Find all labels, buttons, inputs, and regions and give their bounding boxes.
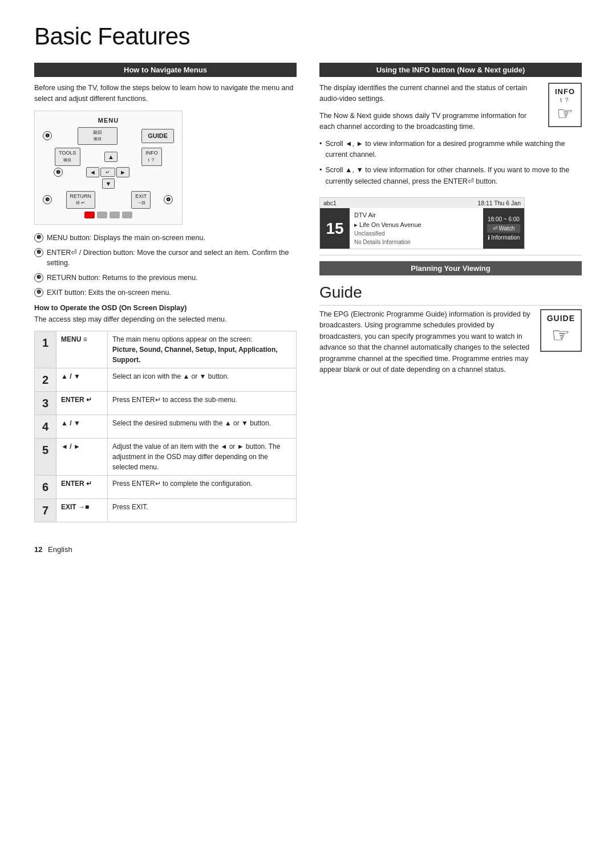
osd-row-7-num: 7 [35, 499, 56, 522]
ch-body: 15 DTV Air ▸ Life On Venus Avenue Unclas… [320, 208, 524, 249]
osd-row-1-key: MENU ≡ [56, 331, 108, 368]
page-number: 12 [34, 545, 42, 554]
ch-time-range: 18:00 ~ 6:00 [487, 216, 520, 222]
circle-3: ❸ [43, 195, 52, 204]
bullet-3: ❸ RETURN button: Returns to the previous… [34, 273, 297, 283]
osd-row-2-desc: Select an icon with the ▲ or ▼ button. [108, 368, 297, 392]
navigate-intro: Before using the TV, follow the steps be… [34, 83, 297, 105]
ch-right-panel: 18:00 ~ 6:00 ⏎ Watch ℹ Information [483, 208, 524, 249]
guide-btn: GUIDE [141, 129, 174, 143]
exit-btn: EXIT→⊟ [131, 191, 151, 209]
ch-name-top: abc1 [323, 200, 337, 206]
ch-program: ▸ Life On Venus Avenue [354, 220, 479, 230]
finger-icon: ☞ [555, 104, 575, 123]
guide-button-label: GUIDE [547, 314, 575, 323]
circle-4: ❹ [164, 195, 173, 204]
blue-btn [122, 212, 132, 218]
osd-row-5: 5 ◄ / ► Adjust the value of an item with… [35, 439, 297, 476]
green-btn [97, 212, 107, 218]
left-btn: ◄ [86, 167, 99, 177]
info-section-body: INFO t ？ ☞ The display identifies the cu… [319, 83, 582, 192]
osd-row-4: 4 ▲ / ▼ Select the desired submenu with … [35, 415, 297, 439]
osd-row-6-desc: Press ENTER↵ to complete the configurati… [108, 476, 297, 499]
osd-row-4-key: ▲ / ▼ [56, 415, 108, 439]
num-3: ❸ [34, 273, 43, 282]
planning-header: Planning Your Viewing [319, 261, 582, 275]
osd-row-7: 7 EXIT →■ Press EXIT. [35, 499, 297, 522]
ch-header: abc1 18:11 Thu 6 Jan [320, 198, 524, 208]
page-footer: 12 English [34, 545, 582, 554]
arrow-cross-row: ❷ ◄ ↵ ► [43, 167, 174, 177]
osd-title: How to Operate the OSD (On Screen Displa… [34, 304, 297, 312]
ch-details: No Details Information [354, 238, 479, 246]
bullet-1: ❶ MENU button: Displays the main on-scre… [34, 233, 297, 244]
yellow-btn [110, 212, 120, 218]
guide-section-body: GUIDE ☞ The EPG (Electronic Programme Gu… [319, 309, 582, 381]
osd-row-6-key: ENTER ↵ [56, 476, 108, 499]
osd-row-1-desc: The main menu options appear on the scre… [108, 331, 297, 368]
right-btn: ► [116, 167, 129, 177]
ch-info: DTV Air ▸ Life On Venus Avenue Unclassif… [350, 208, 483, 249]
content-btn: ⊞⊟⊞⊟ [78, 127, 117, 145]
osd-row-2-num: 2 [35, 368, 56, 392]
navigate-menus-header: How to Navigate Menus [34, 63, 297, 77]
guide-title: Guide [319, 283, 582, 306]
circle-1: ❶ [43, 131, 52, 140]
remote-row-3: ❸ RETURN⊟ ↩ EXIT→⊟ ❹ [43, 191, 174, 209]
osd-row-2-key: ▲ / ▼ [56, 368, 108, 392]
info-section-header: Using the INFO button (Now & Next guide) [319, 63, 582, 77]
down-btn: ▼ [102, 178, 115, 189]
arrow-row: ◄ ↵ ► [86, 167, 129, 177]
guide-hand-icon: ☞ [547, 323, 575, 347]
osd-table: 1 MENU ≡ The main menu options appear on… [34, 331, 297, 522]
osd-row-3-num: 3 [35, 392, 56, 415]
osd-row-3-key: ENTER ↵ [56, 392, 108, 415]
return-btn: RETURN⊟ ↩ [66, 191, 96, 209]
osd-row-1: 1 MENU ≡ The main menu options appear on… [35, 331, 297, 368]
enter-center-btn: ↵ [100, 168, 115, 177]
left-column: How to Navigate Menus Before using the T… [34, 63, 297, 522]
info-text2: The Now & Next guide shows daily TV prog… [319, 111, 582, 133]
ch-time-top: 18:11 Thu 6 Jan [477, 200, 521, 206]
osd-row-2: 2 ▲ / ▼ Select an icon with the ▲ or ▼ b… [35, 368, 297, 392]
osd-row-3-desc: Press ENTER↵ to access the sub-menu. [108, 392, 297, 415]
osd-bold-1: Picture, Sound, Channel, Setup, Input, A… [112, 346, 278, 364]
bullet-4: ❹ EXIT button: Exits the on-screen menu. [34, 287, 297, 298]
osd-row-6-num: 6 [35, 476, 56, 499]
remote-row-2: TOOLS⊞⊟ ▲ INFOt ？ [43, 148, 174, 165]
osd-note: The access step may differ depending on … [34, 314, 297, 325]
info-button-label: INFO [555, 87, 575, 96]
circle-2: ❷ [54, 168, 63, 177]
info-button-graphic: INFO t ？ ☞ [548, 83, 582, 127]
osd-row-4-num: 4 [35, 415, 56, 439]
remote-row-top: ❶ ⊞⊟⊞⊟ GUIDE [43, 127, 174, 145]
ch-number: 15 [320, 208, 350, 249]
footer-lang: English [48, 545, 72, 554]
osd-row-6: 6 ENTER ↵ Press ENTER↵ to complete the c… [35, 476, 297, 499]
channel-info-box: abc1 18:11 Thu 6 Jan 15 DTV Air ▸ Life O… [319, 197, 525, 249]
info-text1: The display identifies the current chann… [319, 83, 582, 105]
color-buttons-row [43, 212, 174, 218]
page-title: Basic Features [34, 23, 582, 50]
num-4: ❹ [34, 288, 43, 297]
osd-row-7-key: EXIT →■ [56, 499, 108, 522]
ch-subcat: Unclassified [354, 229, 479, 238]
menu-label: MENU [43, 117, 174, 124]
info-btn-ch: ℹ Information [487, 234, 520, 241]
watch-btn: ⏎ Watch [487, 224, 520, 233]
remote-diagram: MENU ❶ ⊞⊟⊞⊟ GUIDE TOOLS⊞⊟ ▲ INFOt ？ ❷ ◄ … [34, 111, 183, 225]
info-bullet-1: Scroll ◄, ► to view information for a de… [319, 139, 582, 161]
guide-button-graphic: GUIDE ☞ [540, 309, 582, 352]
osd-row-4-desc: Select the desired submenu with the ▲ or… [108, 415, 297, 439]
tools-btn: TOOLS⊞⊟ [55, 148, 80, 165]
osd-row-5-desc: Adjust the value of an item with the ◄ o… [108, 439, 297, 476]
osd-row-7-desc: Press EXIT. [108, 499, 297, 522]
num-1: ❶ [34, 233, 43, 242]
osd-row-5-num: 5 [35, 439, 56, 476]
info-bullet-2: Scroll ▲, ▼ to view information for othe… [319, 165, 582, 187]
osd-row-1-num: 1 [35, 331, 56, 368]
ch-dtv: DTV Air [354, 210, 479, 220]
info-btn: INFOt ？ [141, 148, 162, 165]
osd-row-3: 3 ENTER ↵ Press ENTER↵ to access the sub… [35, 392, 297, 415]
red-btn [84, 212, 95, 218]
